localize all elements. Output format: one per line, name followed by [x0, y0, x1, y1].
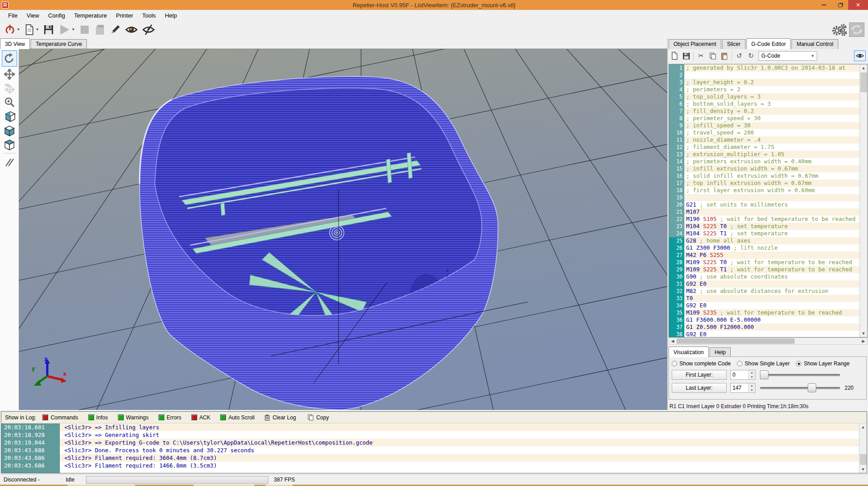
gcode-line[interactable]: 6; bottom_solid_layers = 3 — [669, 100, 859, 108]
tab-help[interactable]: Help — [710, 347, 731, 357]
scroll-up-icon[interactable]: ▲ — [860, 64, 867, 72]
last-layer-spinner[interactable]: 147 ▲▼ — [730, 383, 755, 393]
run-job-button[interactable]: ▼ — [57, 22, 77, 37]
scroll-down-icon[interactable]: ▼ — [859, 466, 867, 473]
log-toggle-ack[interactable]: ACK — [191, 414, 211, 421]
rotate-tool-button[interactable] — [2, 50, 17, 67]
tab-object-placement[interactable]: Object Placement — [669, 39, 721, 49]
parallel-projection-button[interactable] — [2, 156, 17, 169]
gcode-paste-button[interactable] — [719, 50, 730, 61]
scroll-down-icon[interactable]: ▼ — [860, 330, 867, 337]
gcode-line[interactable]: 18; first layer extrusion width = 0.60mm — [669, 187, 859, 194]
radio-show-layer-range[interactable]: Show Layer Range — [796, 360, 850, 367]
last-layer-slider[interactable] — [760, 383, 840, 392]
gcode-line[interactable]: 10; travel_speed = 200 — [669, 129, 859, 136]
first-layer-button[interactable]: First Layer: — [672, 370, 727, 380]
gcode-save-button[interactable] — [680, 50, 692, 61]
menu-item-view[interactable]: View — [22, 11, 44, 20]
zoom-tool-button[interactable] — [2, 96, 17, 108]
radio-show-single-layer[interactable]: Show Single Layer — [737, 360, 790, 367]
gcode-line[interactable]: 21M107 — [669, 208, 859, 216]
gcode-line[interactable]: 38G92 E0 — [669, 331, 859, 337]
first-layer-spinner[interactable]: 0 ▲▼ — [730, 370, 755, 380]
settings-gears-icon[interactable] — [831, 22, 847, 37]
menu-item-printer[interactable]: Printer — [111, 11, 137, 20]
menu-item-config[interactable]: Config — [44, 11, 70, 20]
gcode-horizontal-scrollbar[interactable]: ◀ ▶ — [669, 338, 868, 345]
gcode-line[interactable]: 19 — [669, 194, 859, 201]
maximize-button[interactable] — [832, 0, 848, 10]
show-filament-button[interactable] — [123, 22, 140, 37]
gcode-undo-button[interactable]: ↺ — [733, 50, 745, 61]
gcode-line[interactable]: 27M42 P6 S255 — [669, 252, 859, 259]
scroll-up-icon[interactable]: ▲ — [859, 423, 867, 431]
gcode-type-dropdown[interactable]: G-Code ▼ — [759, 51, 817, 61]
gcode-line[interactable]: 20G21 ; set units to millimeters — [669, 201, 859, 208]
radio-show-complete-code[interactable]: Show complete Code — [672, 360, 731, 367]
gcode-line[interactable]: 7; fill_density = 0.2 — [669, 108, 859, 115]
tab-slicer[interactable]: Slicer — [722, 39, 746, 49]
gcode-line[interactable]: 33T0 — [669, 295, 859, 302]
gcode-line[interactable]: 31G92 E0 — [669, 280, 859, 288]
gcode-line[interactable]: 22M190 S105 ; wait for bed temperature t… — [669, 216, 859, 223]
easy-mode-button[interactable] — [849, 22, 864, 37]
menu-item-tools[interactable]: Tools — [138, 11, 160, 20]
close-button[interactable]: ✕ — [848, 0, 868, 10]
menu-item-temperature[interactable]: Temperature — [69, 11, 111, 20]
stop-job-button[interactable] — [77, 22, 92, 37]
gcode-line[interactable]: 24M104 S225 T1 ; set temperature — [669, 230, 859, 237]
gcode-preview-toggle[interactable] — [854, 50, 866, 61]
scroll-left-icon[interactable]: ◀ — [669, 338, 676, 344]
gcode-line[interactable]: 17; top infill extrusion width = 0.67mm — [669, 180, 859, 187]
gcode-line[interactable]: 12; filament_diameter = 1.75 — [669, 144, 859, 151]
isometric-view-button[interactable] — [2, 110, 17, 122]
last-layer-button[interactable]: Last Layer: — [672, 383, 727, 393]
gcode-line[interactable]: 28M109 S225 T0 ; wait for temperature to… — [669, 259, 859, 266]
gcode-line[interactable]: 29M109 S225 T1 ; wait for temperature to… — [669, 266, 859, 273]
log-scrollbar[interactable]: ▲ ▼ — [859, 423, 867, 473]
log-toggle-commands[interactable]: Commands — [42, 414, 78, 421]
gcode-line[interactable]: 1; generated by Slic3r 1.0.0RC3 on 2014-… — [669, 64, 859, 72]
tab-3d-view[interactable]: 3D View — [0, 38, 30, 49]
tab-temperature-curve[interactable]: Temperature Curve — [31, 39, 87, 49]
gcode-line[interactable]: 3; layer_height = 0.2 — [669, 79, 859, 86]
gcode-copy-button[interactable] — [707, 50, 719, 61]
gcode-cut-button[interactable]: ✂ — [695, 50, 707, 61]
log-toggle-errors[interactable]: Errors — [158, 414, 181, 421]
gcode-editor[interactable]: 1; generated by Slic3r 1.0.0RC3 on 2014-… — [669, 64, 868, 338]
scroll-right-icon[interactable]: ▶ — [860, 338, 867, 344]
top-view-button[interactable] — [2, 138, 17, 150]
gcode-line[interactable]: 32M82 ; use absolute distances for extru… — [669, 288, 859, 295]
scrollbar-thumb[interactable] — [677, 338, 795, 344]
power-button[interactable]: ▼ — [3, 22, 22, 37]
gcode-line[interactable]: 36G1 F3600.000 E-5.00000 — [669, 316, 859, 324]
gcode-line[interactable]: 13; extrusion_multiplier = 1.05 — [669, 151, 859, 158]
gcode-line[interactable]: 4; perimeters = 2 — [669, 86, 859, 93]
menu-item-help[interactable]: Help — [160, 11, 181, 20]
gcode-line[interactable]: 30G90 ; use absolute coordinates — [669, 273, 859, 280]
gcode-redo-button[interactable]: ↻ — [745, 50, 757, 61]
sd-card-button[interactable] — [93, 22, 107, 37]
minimize-button[interactable] — [816, 0, 832, 10]
move-view-tool-button[interactable] — [2, 68, 17, 81]
tab-g-code-editor[interactable]: G-Code Editor — [746, 38, 791, 49]
scrollbar-thumb[interactable] — [860, 454, 867, 465]
gcode-line[interactable]: 35M109 S235 ; wait for temperature to be… — [669, 309, 859, 316]
load-button[interactable]: ▼ — [23, 22, 41, 37]
first-layer-value[interactable]: 0 — [731, 370, 748, 379]
scrollbar-thumb[interactable] — [860, 72, 867, 92]
edit-gcode-button[interactable] — [108, 22, 122, 37]
gcode-line[interactable]: 37G1 Z0.500 F12000.000 — [669, 324, 859, 331]
front-view-button[interactable] — [2, 124, 17, 136]
first-layer-slider[interactable] — [760, 370, 840, 379]
tab-manual-control[interactable]: Manual Control — [791, 39, 838, 49]
gcode-line[interactable]: 16; solid infill extrusion width = 0.67m… — [669, 172, 859, 180]
gcode-line[interactable]: 14; perimeters extrusion width = 0.40mm — [669, 158, 859, 165]
gcode-line[interactable]: 9; infill_speed = 30 — [669, 122, 859, 129]
gcode-line[interactable]: 25G28 ; home all axes — [669, 237, 859, 244]
tab-visualization[interactable]: Visualization — [669, 346, 709, 357]
log-body[interactable]: 20:03:18.601<Slic3r> => Infilling layers… — [1, 423, 867, 473]
gcode-new-button[interactable] — [669, 50, 680, 61]
3d-scene[interactable]: x y z — [19, 49, 667, 410]
gcode-line[interactable]: 26G1 Z300 F3000 ; lift nozzle — [669, 244, 859, 252]
